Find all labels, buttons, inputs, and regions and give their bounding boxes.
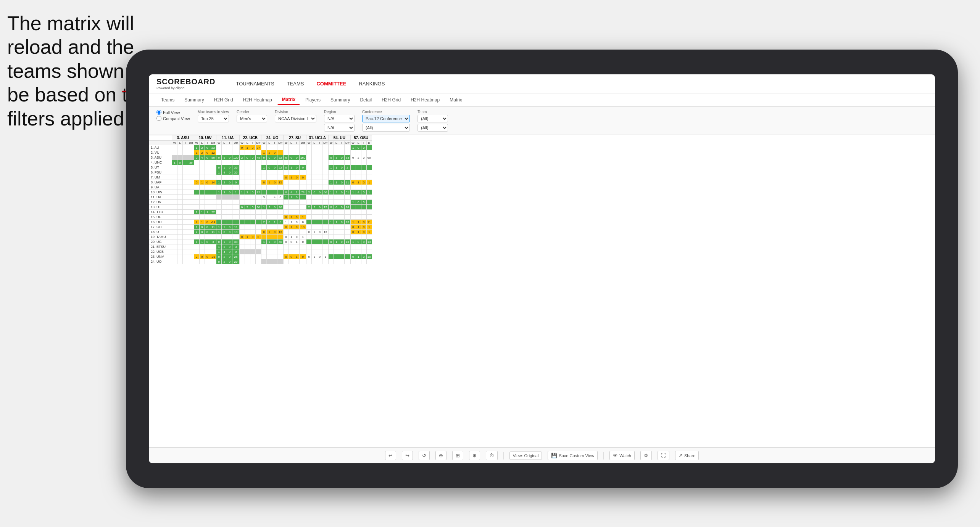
matrix-cell	[350, 210, 356, 215]
sub-nav-matrix1[interactable]: Matrix	[277, 95, 300, 105]
gender-filter: Gender Men's	[237, 110, 267, 122]
matrix-cell: 1	[366, 230, 372, 235]
matrix-cell	[261, 210, 267, 215]
matrix-cell	[267, 225, 272, 230]
team-name-cell: 1. AU	[149, 145, 172, 150]
matrix-cell: 1	[289, 195, 294, 200]
matrix-cell	[205, 244, 210, 249]
matrix-area[interactable]: 3. ASU 10. UW 11. UA 22. UCB 24. UO 27. …	[149, 135, 935, 447]
matrix-cell	[339, 244, 344, 249]
nav-tournaments[interactable]: TOURNAMENTS	[230, 79, 279, 89]
share-button[interactable]: ↗ Share	[675, 451, 699, 460]
matrix-cell: 11	[232, 225, 239, 230]
matrix-cell	[277, 225, 284, 230]
matrix-cell	[328, 210, 334, 215]
matrix-cell	[361, 244, 366, 249]
matrix-cell	[261, 215, 267, 220]
matrix-cell	[277, 210, 284, 215]
region-select[interactable]: N/A	[324, 115, 355, 122]
matrix-cell	[255, 225, 261, 230]
sub-nav-matrix2[interactable]: Matrix	[445, 95, 467, 104]
matrix-cell	[356, 215, 361, 220]
matrix-cell	[245, 170, 250, 175]
matrix-cell	[294, 205, 299, 210]
matrix-cell: 1	[356, 180, 361, 185]
matrix-cell	[299, 180, 306, 185]
matrix-cell	[261, 185, 267, 190]
matrix-cell	[205, 165, 210, 170]
matrix-cell	[194, 195, 199, 200]
team-select2[interactable]: (All)	[417, 124, 448, 132]
matrix-cell	[366, 165, 372, 170]
max-teams-select[interactable]: Top 25	[198, 115, 229, 122]
nav-committee[interactable]: COMMITTEE	[311, 79, 351, 89]
matrix-cell	[366, 215, 372, 220]
sub-nav-detail[interactable]: Detail	[355, 95, 376, 104]
gender-select[interactable]: Men's	[237, 115, 267, 122]
matrix-cell: 1	[289, 220, 294, 225]
sub-nav-players[interactable]: Players	[301, 95, 325, 104]
nav-rankings[interactable]: RANKINGS	[353, 79, 390, 89]
settings-button[interactable]: ⚙	[640, 451, 652, 460]
matrix-cell	[283, 230, 289, 235]
matrix-cell: 11	[210, 230, 216, 235]
compact-view-radio[interactable]: Compact View	[156, 116, 190, 121]
undo-button[interactable]: ↩	[385, 451, 396, 460]
reset-button[interactable]: ↺	[419, 451, 430, 460]
matrix-cell	[344, 175, 350, 180]
matrix-cell	[322, 195, 329, 200]
matrix-cell	[272, 254, 277, 259]
matrix-cell	[339, 210, 344, 215]
full-view-radio[interactable]: Full View	[156, 110, 190, 115]
zoom-out-button[interactable]: ⊖	[435, 451, 446, 460]
fit-button[interactable]: ⊞	[452, 451, 463, 460]
matrix-cell: 0	[361, 230, 366, 235]
matrix-cell	[356, 259, 361, 264]
sub-nav-h2h-grid1[interactable]: H2H Grid	[210, 95, 238, 104]
matrix-cell	[334, 200, 339, 205]
sub-nav-h2h-grid2[interactable]: H2H Grid	[377, 95, 405, 104]
matrix-cell	[188, 145, 194, 150]
zoom-in-button[interactable]: ⊕	[469, 451, 480, 460]
team-name-cell: 13. UT	[149, 205, 172, 210]
watch-button[interactable]: 👁 Watch	[609, 451, 635, 460]
team-select[interactable]: (All)	[417, 115, 448, 122]
sub-nav-teams[interactable]: Teams	[156, 95, 179, 104]
conference-select[interactable]: Pac-12 Conference	[362, 115, 410, 122]
compact-view-input[interactable]	[156, 116, 161, 121]
timer-button[interactable]: ⏱	[486, 451, 498, 460]
matrix-cell	[239, 249, 245, 254]
matrix-cell	[328, 185, 334, 190]
matrix-cell	[172, 170, 177, 175]
matrix-cell: 120	[232, 155, 239, 160]
matrix-cell	[272, 185, 277, 190]
matrix-cell	[194, 259, 199, 264]
division-select[interactable]: NCAA Division I	[275, 115, 316, 122]
matrix-cell	[322, 225, 329, 230]
matrix-cell	[294, 160, 299, 165]
sub-nav-summary2[interactable]: Summary	[326, 95, 355, 104]
matrix-cell	[272, 249, 277, 254]
conference-select2[interactable]: (All)	[362, 124, 410, 132]
matrix-cell	[188, 180, 194, 185]
matrix-cell	[177, 239, 183, 244]
matrix-cell	[172, 220, 177, 225]
expand-button[interactable]: ⛶	[658, 451, 669, 460]
sub-nav-h2h-heatmap2[interactable]: H2H Heatmap	[406, 95, 444, 104]
matrix-cell	[312, 185, 317, 190]
matrix-cell	[312, 220, 317, 225]
view-original-button[interactable]: View: Original	[509, 451, 542, 460]
sh-w3: W	[216, 141, 222, 145]
redo-button[interactable]: ↪	[402, 451, 413, 460]
matrix-cell	[172, 225, 177, 230]
matrix-cell	[328, 215, 334, 220]
full-view-input[interactable]	[156, 110, 161, 115]
save-custom-button[interactable]: 💾 Save Custom View	[548, 451, 598, 460]
matrix-cell: -14	[210, 220, 216, 225]
matrix-cell	[194, 244, 199, 249]
region-select2[interactable]: N/A	[324, 124, 355, 132]
sub-nav-h2h-heatmap1[interactable]: H2H Heatmap	[239, 95, 277, 104]
matrix-cell	[188, 225, 194, 230]
sub-nav-summary1[interactable]: Summary	[180, 95, 208, 104]
nav-teams[interactable]: TEAMS	[282, 79, 309, 89]
